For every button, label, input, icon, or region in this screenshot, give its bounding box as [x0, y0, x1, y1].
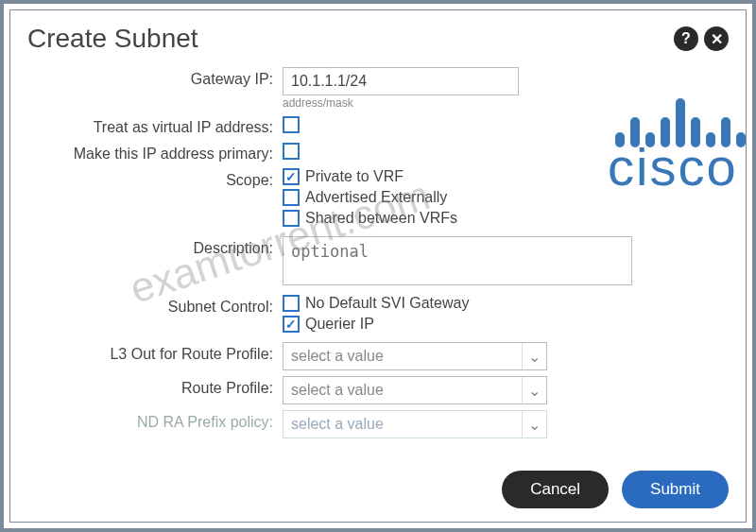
route-profile-label: Route Profile: — [27, 376, 283, 397]
l3out-label: L3 Out for Route Profile: — [27, 342, 283, 363]
gateway-ip-label: Gateway IP: — [27, 67, 283, 88]
close-icon[interactable]: ✕ — [704, 26, 729, 51]
ndra-select: select a value ⌄ — [283, 410, 547, 438]
chevron-down-icon: ⌄ — [522, 411, 546, 438]
ndra-label: ND RA Prefix policy: — [27, 410, 283, 431]
dialog-title: Create Subnet — [27, 24, 198, 54]
chevron-down-icon: ⌄ — [522, 377, 546, 403]
route-profile-value: select a value — [291, 382, 384, 399]
scope-advertised-checkbox[interactable] — [283, 189, 300, 206]
make-primary-checkbox[interactable] — [283, 143, 300, 160]
treat-virtual-label: Treat as virtual IP address: — [27, 115, 283, 136]
cancel-button[interactable]: Cancel — [502, 471, 609, 508]
description-input[interactable] — [283, 236, 632, 285]
description-label: Description: — [27, 236, 283, 257]
no-default-svi-checkbox[interactable] — [283, 295, 300, 312]
scope-advertised-label: Advertised Externally — [305, 189, 447, 206]
submit-button[interactable]: Submit — [622, 471, 729, 508]
make-primary-label: Make this IP address primary: — [27, 142, 283, 163]
l3out-value: select a value — [291, 348, 384, 365]
scope-label: Scope: — [27, 168, 283, 189]
scope-shared-label: Shared between VRFs — [305, 210, 457, 227]
scope-shared-checkbox[interactable] — [283, 210, 300, 227]
scope-private-vrf-checkbox[interactable] — [283, 168, 300, 185]
chevron-down-icon: ⌄ — [522, 343, 546, 369]
treat-virtual-checkbox[interactable] — [283, 116, 300, 133]
ndra-value: select a value — [291, 416, 384, 433]
subnet-control-label: Subnet Control: — [27, 295, 283, 316]
l3out-select[interactable]: select a value ⌄ — [283, 342, 547, 370]
help-icon[interactable]: ? — [674, 26, 698, 51]
gateway-ip-input[interactable] — [283, 67, 519, 95]
querier-ip-checkbox[interactable] — [283, 316, 300, 333]
gateway-ip-hint: address/mask — [283, 96, 729, 110]
no-default-svi-label: No Default SVI Gateway — [305, 295, 469, 312]
route-profile-select[interactable]: select a value ⌄ — [283, 376, 547, 404]
scope-private-vrf-label: Private to VRF — [305, 168, 404, 185]
querier-ip-label: Querier IP — [305, 316, 374, 333]
